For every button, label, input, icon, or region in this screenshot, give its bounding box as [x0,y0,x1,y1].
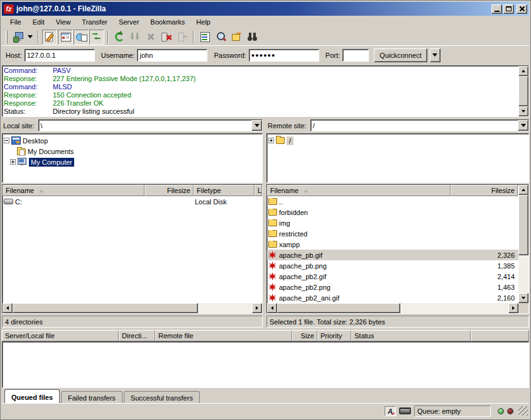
column-header-filetype[interactable]: Filetype [194,185,255,196]
site-manager-button[interactable] [10,30,25,45]
local-site-dropdown[interactable] [251,120,262,131]
remote-file-row[interactable]: apache_pb2_ani.gif 2,160 [267,292,518,303]
cancel-button[interactable] [143,30,158,45]
menu-bookmarks[interactable]: Bookmarks [145,17,190,27]
minimize-button[interactable] [491,4,502,14]
disk-drive-icon [4,199,13,204]
menu-transfer[interactable]: Transfer [76,17,113,27]
process-queue-button[interactable] [128,30,143,45]
column-header-remote-file[interactable]: Remote file [155,330,292,341]
local-horizontal-scrollbar[interactable] [3,303,262,313]
close-button[interactable] [517,4,527,14]
column-header-filesize[interactable]: Filesize [451,185,518,196]
scrollbar-thumb[interactable] [518,76,528,106]
column-header-direction[interactable]: Directi... [119,330,155,341]
file-size: 2,326 [451,251,518,259]
speed-limit-indicator-icon[interactable] [399,407,411,414]
tree-item-desktop[interactable]: Desktop [4,135,262,146]
quickconnect-button-label: Quickconnect [380,52,422,59]
menu-edit[interactable]: Edit [27,17,50,27]
scroll-left-button[interactable] [3,303,13,313]
tab-failed-transfers[interactable]: Failed transfers [61,391,123,403]
remote-file-row[interactable]: .. [267,196,518,207]
remote-file-row[interactable]: xampp [267,239,518,250]
expand-icon[interactable] [10,159,16,165]
remote-file-row[interactable]: forbidden [267,207,518,218]
host-input[interactable] [25,49,95,62]
scroll-left-button[interactable] [267,303,277,313]
menu-help[interactable]: Help [190,17,216,27]
remote-file-row[interactable]: apache_pb2.gif 2,414 [267,271,518,282]
remote-horizontal-scrollbar[interactable] [267,303,518,313]
remote-file-row-selected[interactable]: apache_pb.gif 2,326 [267,250,518,260]
remote-file-row[interactable]: apache_pb.png 1,385 [267,260,518,271]
chevron-down-icon [521,124,526,127]
disconnect-button[interactable] [159,30,174,45]
remote-site-dropdown[interactable] [518,120,528,131]
tab-successful-transfers[interactable]: Successful transfers [124,391,200,403]
username-input[interactable] [137,49,207,62]
port-input[interactable] [342,49,369,62]
transfer-type-indicator-icon[interactable]: A [385,406,396,416]
file-name: apache_pb.gif [279,251,322,259]
scrollbar-thumb[interactable] [518,195,528,255]
tab-queued-files[interactable]: Queued files [4,389,60,403]
remote-vertical-scrollbar[interactable] [518,185,528,313]
queue-body[interactable] [2,341,529,388]
column-header-filename[interactable]: Filename [267,185,451,196]
scroll-up-button[interactable] [518,66,528,76]
tree-item-root[interactable]: / [268,135,528,146]
find-files-button[interactable] [244,30,260,45]
column-header-filesize[interactable]: Filesize [145,185,194,196]
scroll-down-button[interactable] [518,293,528,303]
column-header-size[interactable]: Size [292,330,317,341]
scrollbar-thumb[interactable] [277,303,400,313]
scrollbar-thumb[interactable] [13,303,198,313]
column-header-filename[interactable]: Filename [3,185,145,196]
menu-view[interactable]: View [50,17,77,27]
local-tree: Desktop My Documents My Computer [2,133,263,183]
expand-icon[interactable] [268,138,274,143]
remote-file-row[interactable]: apache_pb2.png 1,463 [267,282,518,292]
remote-status-text: Selected 1 file. Total size: 2,326 bytes [266,316,529,328]
menu-server[interactable]: Server [113,17,145,27]
scrollbar-corner [518,303,528,313]
remote-file-row[interactable]: img [267,218,518,228]
toggle-message-log-button[interactable] [42,30,57,45]
quickconnect-button[interactable]: Quickconnect [374,48,427,62]
log-vertical-scrollbar[interactable] [518,66,528,116]
toggle-queue-button[interactable] [89,30,104,45]
column-header-status[interactable]: Status [351,330,471,341]
remote-file-row[interactable]: restricted [267,228,518,239]
column-header-lastmodified[interactable]: L [255,185,262,196]
file-name: apache_pb2.gif [279,273,326,280]
column-header-server-local-file[interactable]: Server/Local file [2,330,119,341]
synchronized-browsing-button[interactable] [229,30,244,45]
file-size: 1,463 [451,284,518,291]
scroll-right-button[interactable] [508,303,518,313]
directory-comparison-button[interactable] [213,30,228,45]
scroll-down-button[interactable] [518,106,528,116]
password-input[interactable] [249,49,319,62]
resize-grip[interactable] [518,406,528,416]
reconnect-button[interactable] [175,30,190,45]
tree-item-my-documents[interactable]: My Documents [4,146,262,157]
scroll-right-button[interactable] [252,303,262,313]
quickconnect-dropdown[interactable] [430,48,441,62]
remote-site-combo[interactable]: / [310,119,529,131]
tree-item-my-computer[interactable]: My Computer [4,157,262,167]
filter-button[interactable] [197,30,212,45]
scroll-up-button[interactable] [518,185,528,195]
refresh-button[interactable] [112,30,127,45]
local-site-combo[interactable]: \ [38,119,263,131]
site-manager-dropdown[interactable] [26,30,35,45]
toggle-local-tree-button[interactable] [58,30,73,45]
maximize-button[interactable] [503,4,514,14]
collapse-icon[interactable] [4,138,9,143]
column-header-priority[interactable]: Priority [317,330,351,341]
binoculars-icon [247,31,258,42]
toolbar-grip [6,31,8,43]
toggle-remote-tree-button[interactable] [74,30,89,45]
local-file-row[interactable]: C: Local Disk [3,196,262,207]
menu-file[interactable]: File [4,17,27,27]
